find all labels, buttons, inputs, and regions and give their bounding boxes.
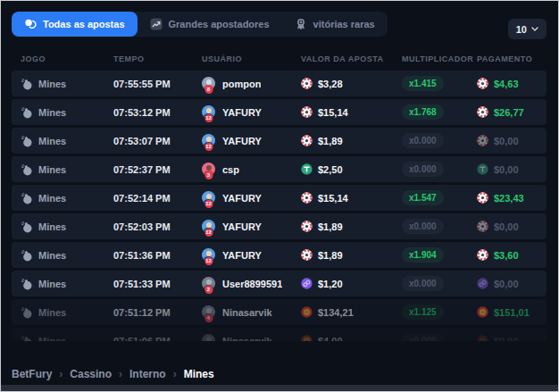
bet-row[interactable]: Mines07:51:36 PM12YAFURY$1,89x1.904$3,60 — [12, 242, 546, 268]
bomb-icon — [21, 278, 33, 290]
multiplier-badge: x0.000 — [402, 276, 444, 291]
coins-icon — [24, 18, 37, 30]
bet-row[interactable]: Mines07:51:33 PM2User8899591$1,20x0.000$… — [12, 271, 546, 296]
game-cell: Mines — [21, 249, 113, 262]
bet-amount-cell: $1,89 — [301, 249, 402, 261]
breadcrumb-item-betfury[interactable]: BetFury — [12, 368, 52, 380]
bomb-icon — [21, 335, 33, 342]
game-label: Mines — [38, 279, 66, 289]
bet-row[interactable]: Mines07:52:03 PM12YAFURY$1,89x0.000$0,00 — [12, 213, 546, 239]
user-link[interactable]: 2User8899591 — [202, 277, 301, 290]
user-link[interactable]: 12YAFURY — [202, 220, 301, 233]
user-link[interactable]: 4Ninasarvik — [202, 305, 301, 319]
bomb-icon — [21, 163, 33, 176]
game-cell: Mines — [21, 306, 113, 319]
user-link[interactable]: 4Ninasarvik — [202, 334, 301, 341]
feed-topbar: Todas as apostasGrandes apostadoresvitór… — [12, 12, 546, 39]
tab-todas-as-apostas[interactable]: Todas as apostas — [12, 12, 138, 37]
multiplier-cell: x1.415 — [402, 76, 477, 91]
payout-amount: $0,00 — [494, 136, 519, 146]
game-cell: Mines — [21, 106, 113, 119]
username: User8899591 — [222, 279, 282, 289]
bet-amount-cell: $15,14 — [301, 106, 402, 118]
user-avatar: 2 — [202, 277, 215, 290]
bet-amount: $15,14 — [318, 193, 348, 204]
payout-cell: $3,60 — [477, 249, 546, 261]
username: pompon — [222, 79, 261, 89]
tab-label: vitórias raras — [313, 19, 375, 29]
game-label: Mines — [38, 164, 66, 175]
multiplier-badge: x1.547 — [402, 190, 444, 205]
breadcrumb-separator: › — [59, 368, 63, 380]
tab-label: Todas as apostas — [43, 19, 125, 29]
level-badge: 4 — [204, 314, 213, 322]
multiplier-badge: x0.000 — [402, 162, 444, 177]
bet-row[interactable]: Mines07:51:12 PM4Ninasarvik$134,21x1.125… — [12, 299, 546, 325]
level-badge: 12 — [204, 143, 213, 151]
level-badge: 3 — [204, 171, 213, 179]
bet-time: 07:51:12 PM — [113, 307, 202, 318]
currency-icon-redgold — [301, 335, 313, 341]
multiplier-cell: x1.547 — [402, 190, 477, 205]
payout-amount: $4,63 — [494, 79, 519, 89]
breadcrumb-separator: › — [173, 368, 177, 380]
bet-amount-cell: $1,89 — [301, 135, 402, 146]
bet-amount-cell: $3,28 — [301, 78, 402, 89]
user-link[interactable]: 3csp — [202, 163, 301, 176]
currency-icon-purple — [477, 278, 488, 289]
bet-time: 07:51:36 PM — [113, 250, 202, 261]
breadcrumb: BetFury›Cassino›Interno›Mines — [12, 368, 546, 380]
page-size-dropdown[interactable]: 10 — [508, 19, 546, 39]
table-header-row: JOGOTEMPOUSUÁRIOVALOR DA APOSTAMULTIPLIC… — [12, 54, 546, 63]
bet-time: 07:55:55 PM — [113, 79, 202, 89]
user-link[interactable]: 12YAFURY — [202, 248, 301, 262]
breadcrumb-item-cassino[interactable]: Cassino — [70, 368, 112, 380]
game-label: Mines — [38, 79, 66, 89]
game-label: Mines — [38, 136, 66, 146]
game-cell: Mines — [21, 192, 113, 204]
bet-row[interactable]: Mines07:53:07 PM12YAFURY$1,89x0.000$0,00 — [12, 128, 546, 154]
breadcrumb-item-interno[interactable]: Interno — [129, 368, 166, 380]
bet-amount-cell: $15,14 — [301, 192, 402, 204]
game-cell: Mines — [21, 278, 113, 290]
user-avatar: 4 — [202, 305, 215, 319]
bet-row[interactable]: Mines07:52:37 PM3csp$2,50x0.000$0,00 — [12, 156, 546, 182]
bet-row[interactable]: Mines07:52:14 PM12YAFURY$15,14x1.547$23,… — [12, 185, 546, 211]
currency-icon-chip — [477, 221, 488, 232]
currency-icon-chip — [477, 106, 488, 118]
user-avatar: 8 — [202, 77, 215, 90]
level-badge: 8 — [204, 86, 213, 94]
bet-amount: $1,89 — [318, 250, 343, 261]
tab-vitorias-raras[interactable]: vitórias raras — [282, 12, 388, 37]
payout-cell: $26,77 — [477, 106, 546, 118]
multiplier-cell: x1.125 — [402, 304, 477, 320]
user-avatar: 12 — [202, 134, 215, 147]
currency-icon-chip — [477, 135, 488, 146]
tab-grandes-apostadores[interactable]: Grandes apostadores — [138, 12, 282, 37]
username: Ninasarvik — [222, 307, 272, 318]
user-link[interactable]: 12YAFURY — [202, 191, 301, 204]
column-header-pagamento: PAGAMENTO — [477, 54, 546, 63]
bet-row[interactable]: Mines07:55:55 PM8pompon$3,28x1.415$4,63 — [12, 71, 546, 96]
currency-icon-usdt — [301, 163, 313, 175]
bet-time: 07:53:12 PM — [113, 107, 202, 118]
username: YAFURY — [222, 250, 262, 261]
breadcrumb-separator: › — [119, 368, 122, 380]
payout-amount: $0,00 — [494, 279, 519, 289]
username: YAFURY — [222, 107, 262, 118]
payout-cell: $23,43 — [477, 192, 546, 204]
bet-amount: $134,21 — [318, 307, 354, 318]
multiplier-cell: x0.000 — [402, 333, 477, 341]
chevron-down-icon — [531, 27, 538, 31]
multiplier-badge: x0.000 — [402, 133, 444, 148]
medal-icon — [295, 18, 307, 30]
game-cell: Mines — [21, 335, 113, 342]
bet-row[interactable]: Mines07:51:06 PM4Ninasarvik$4,00x0.000$0… — [12, 328, 546, 341]
currency-icon-purple — [301, 278, 313, 289]
user-link[interactable]: 12YAFURY — [202, 134, 301, 147]
user-link[interactable]: 12YAFURY — [202, 105, 301, 119]
bet-row[interactable]: Mines07:53:12 PM12YAFURY$15,14x1.768$26,… — [12, 99, 546, 125]
user-link[interactable]: 8pompon — [202, 77, 301, 90]
game-label: Mines — [38, 221, 66, 232]
breadcrumb-item-mines: Mines — [184, 368, 214, 380]
